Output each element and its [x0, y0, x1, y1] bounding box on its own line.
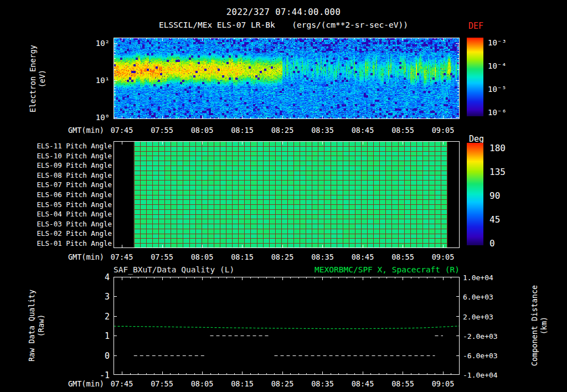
time-tick-label: 09:05 — [430, 252, 456, 261]
distance-tick-label: -1.0e+04 — [463, 371, 498, 379]
energy-axis-label: Electron Energy (eV) — [28, 34, 47, 123]
time-tick-label: 08:55 — [390, 126, 416, 135]
energy-ytick-10ev: 10¹ — [83, 76, 110, 85]
quality-axis-label-line2: (Raw) — [37, 281, 46, 370]
distance-tick-label: -2.0e+03 — [463, 332, 498, 341]
quality-tick-label: 0 — [87, 351, 110, 361]
time-tick-label: 08:25 — [270, 252, 295, 261]
def-colorbar-tick-1: 10⁻³ — [488, 38, 507, 47]
time-tick-label: 08:15 — [230, 379, 255, 388]
instrument-label: ELSSCIL/MEx ELS-07 LR-Bk — [159, 20, 275, 29]
spacecraft-title: MEXORBMC/SPF X, Spacecraft (R) — [277, 265, 460, 274]
deg-colorbar-tick-90: 90 — [489, 190, 500, 201]
energy-ytick-1ev: 10⁰ — [83, 113, 110, 122]
gmt-axis-label-3: GMT(min) — [53, 379, 104, 388]
distance-tick-label: 6.0e+03 — [463, 293, 493, 301]
time-tick-label: 09:05 — [430, 126, 456, 135]
pitch-row-label: ELS-05 Pitch Angle — [16, 200, 112, 209]
deg-colorbar-tick-0: 0 — [489, 238, 495, 249]
distance-tick-label: 2.0e+03 — [463, 313, 493, 321]
time-tick-label: 08:25 — [270, 379, 295, 388]
def-colorbar-tick-4: 10⁻⁶ — [488, 108, 507, 117]
quality-tick-label: 3 — [87, 292, 110, 302]
distance-tick-label: -6.0e+03 — [463, 352, 498, 360]
time-tick-label: 08:45 — [350, 379, 375, 388]
energy-ytick-100ev: 10² — [83, 39, 110, 48]
pitch-angle-heatmap — [114, 141, 460, 248]
distance-axis-label-line1: Component Distance — [530, 281, 539, 370]
pitch-row-label: ELS-07 Pitch Angle — [16, 180, 112, 189]
def-colorbar — [467, 38, 483, 116]
units-label: (ergs/(cm**2-sr-sec-eV)) — [292, 20, 408, 29]
quality-title: SAF_BXuT/Data Quality (L) — [114, 265, 234, 274]
time-tick-label: 08:15 — [230, 126, 255, 135]
deg-colorbar-tick-180: 180 — [489, 143, 506, 153]
time-tick-label: 08:15 — [230, 252, 255, 261]
quality-axis-label-line1: Raw Data Quality — [27, 281, 37, 370]
pitch-row-label: ELS-09 Pitch Angle — [16, 161, 112, 169]
pitch-row-label: ELS-06 Pitch Angle — [16, 190, 112, 199]
quality-axis-label: Raw Data Quality (Raw) — [27, 281, 46, 370]
time-tick-label: 07:45 — [109, 252, 135, 261]
deg-colorbar-tick-45: 45 — [489, 214, 500, 225]
time-tick-label: 08:25 — [270, 126, 295, 135]
deg-colorbar-tick-135: 135 — [489, 167, 506, 177]
quality-tick-label: 2 — [87, 312, 110, 322]
pitch-row-label: ELS-10 Pitch Angle — [16, 152, 112, 160]
time-tick-label: 08:45 — [350, 252, 375, 261]
pitch-row-label: ELS-01 Pitch Angle — [16, 239, 112, 247]
time-tick-label: 08:55 — [390, 252, 416, 261]
pitch-row-label: ELS-11 Pitch Angle — [16, 142, 112, 150]
time-tick-label: 08:35 — [310, 252, 336, 261]
time-tick-label: 08:05 — [189, 252, 215, 261]
datetime-title: 2022/327 07:44:00.000 — [0, 7, 567, 17]
energy-spectrogram-heatmap — [114, 38, 460, 119]
def-colorbar-tick-2: 10⁻⁴ — [488, 61, 507, 70]
distance-axis-label-line2: (km) — [539, 281, 549, 370]
pitch-row-label: ELS-02 Pitch Angle — [16, 229, 112, 238]
quality-tick-label: 1 — [87, 331, 110, 341]
energy-axis-label-line2: (eV) — [38, 34, 47, 123]
time-tick-label: 08:35 — [310, 126, 336, 135]
time-tick-label: 08:35 — [310, 379, 336, 388]
time-tick-label: 07:55 — [150, 126, 175, 135]
distance-axis-label: Component Distance (km) — [530, 281, 549, 370]
pitch-row-label: ELS-04 Pitch Angle — [16, 210, 112, 218]
gmt-axis-label-1: GMT(min) — [53, 126, 104, 135]
time-tick-label: 07:55 — [150, 379, 175, 388]
time-tick-label: 08:45 — [350, 126, 375, 135]
time-tick-label: 07:55 — [150, 252, 175, 261]
time-tick-label: 08:05 — [189, 379, 215, 388]
def-colorbar-title: DEF — [468, 21, 483, 31]
spectrogram-plot-page: 2022/327 07:44:00.000 ELSSCIL/MEx ELS-07… — [0, 0, 567, 392]
time-tick-label: 08:55 — [390, 379, 416, 388]
gmt-axis-label-2: GMT(min) — [53, 252, 104, 261]
time-tick-label: 08:05 — [189, 126, 215, 135]
energy-axis-label-line1: Electron Energy — [28, 34, 38, 123]
time-tick-label: 07:45 — [109, 126, 135, 135]
def-colorbar-tick-3: 10⁻⁵ — [488, 85, 507, 94]
pitch-row-label: ELS-03 Pitch Angle — [16, 220, 112, 228]
quality-tick-label: 4 — [87, 272, 110, 282]
pitch-row-label: ELS-08 Pitch Angle — [16, 171, 112, 179]
distance-tick-label: 1.0e+04 — [463, 274, 493, 282]
time-tick-label: 09:05 — [430, 379, 456, 388]
quality-line-chart — [114, 277, 460, 375]
time-tick-label: 07:45 — [109, 379, 135, 388]
deg-colorbar — [467, 143, 483, 245]
